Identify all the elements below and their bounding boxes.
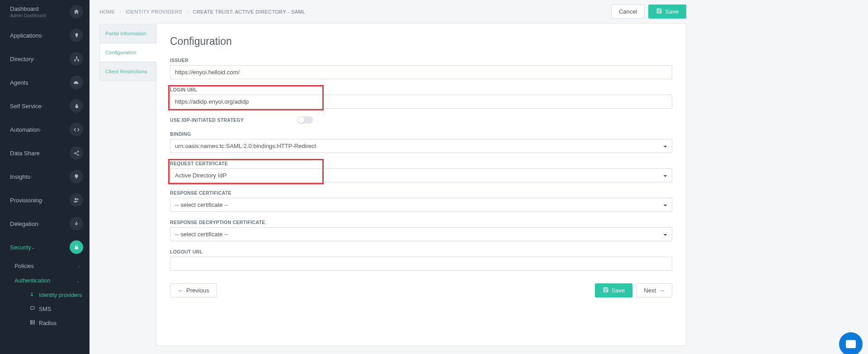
save-button-top[interactable]: Save <box>648 5 686 19</box>
chevron-left-icon: ‹ <box>30 174 32 179</box>
response-decrypt-cert-select[interactable]: -- select certificate -- <box>170 227 672 241</box>
svg-point-13 <box>31 323 32 324</box>
svg-point-7 <box>77 199 79 201</box>
logout-url-input[interactable] <box>170 257 672 271</box>
svg-rect-15 <box>658 11 660 13</box>
button-label: Previous <box>186 287 209 294</box>
field-label: Login URL <box>170 87 672 92</box>
top-actions: Cancel Save <box>611 5 686 19</box>
cancel-button[interactable]: Cancel <box>611 5 645 19</box>
svg-point-6 <box>75 198 77 200</box>
sidebar-sub-policies[interactable]: Policies ‹ <box>13 259 90 273</box>
field-logout-url: Logout URL <box>170 249 672 271</box>
field-label: Response Certificate <box>170 190 672 196</box>
issuer-input[interactable] <box>170 65 672 79</box>
save-icon <box>603 287 609 294</box>
field-label: Logout URL <box>170 249 672 254</box>
binding-select[interactable]: urn:oasis:names:tc:SAML:2.0:bindings:HTT… <box>170 139 672 153</box>
sidebar-label: Data Share <box>10 150 40 157</box>
leaf-label: Radius <box>39 320 57 326</box>
previous-button[interactable]: ← Previous <box>170 283 217 297</box>
sidebar-item-agents[interactable]: Agents <box>0 71 90 94</box>
svg-rect-2 <box>77 60 79 61</box>
chevron-right-icon: › <box>187 10 188 14</box>
sidebar-label: Delegation <box>10 220 38 227</box>
sidebar-label: Insights <box>10 173 30 180</box>
chat-widget-button[interactable] <box>839 332 863 354</box>
arrow-down-icon <box>70 217 83 230</box>
sidebar-sub-label: Authentication <box>14 277 50 284</box>
field-label: Binding <box>170 131 672 137</box>
field-label: Issuer <box>170 57 672 63</box>
leaf-label: Identity providers <box>39 292 82 298</box>
chevron-left-icon: ‹ <box>33 57 35 62</box>
chevron-left-icon: ‹ <box>42 33 43 38</box>
sidebar-label: Self Service <box>10 103 41 110</box>
rocket-icon <box>70 29 83 42</box>
sidebar-leaf-identity-providers[interactable]: Identity providers <box>13 288 90 302</box>
field-login-url: Login URL <box>170 87 672 109</box>
sidebar-sub-authentication[interactable]: Authentication ⌄ <box>13 273 90 288</box>
security-submenu: Policies ‹ Authentication ⌄ Identity pro… <box>0 259 90 330</box>
chevron-left-icon: ‹ <box>78 264 80 269</box>
cloud-icon <box>70 76 83 89</box>
tab-portal-information[interactable]: Portal Information <box>99 24 156 43</box>
content-row: Portal Information Configuration Client … <box>90 23 696 354</box>
sidebar: Dashboard Admin Dashboard Applications ‹… <box>0 0 90 354</box>
sidebar-item-directory[interactable]: Directory ‹ <box>0 47 90 71</box>
crumb-home[interactable]: HOME <box>99 9 115 14</box>
chevron-left-icon: ‹ <box>42 198 43 203</box>
sidebar-label: Security <box>10 244 31 251</box>
field-request-certificate: Request Certificate Active Directory IdP <box>170 161 672 182</box>
sidebar-item-provisioning[interactable]: Provisioning ‹ <box>0 188 90 212</box>
svg-rect-16 <box>604 287 607 289</box>
response-cert-select[interactable]: -- select certificate -- <box>170 198 672 212</box>
field-idp-strategy: Use IdP-initiated strategy <box>170 116 672 124</box>
sidebar-item-applications[interactable]: Applications ‹ <box>0 24 90 47</box>
button-label: Save <box>612 287 625 294</box>
chevron-left-icon: ‹ <box>38 221 39 226</box>
field-label: Use IdP-initiated strategy <box>170 117 297 123</box>
sidebar-label: Provisioning <box>10 197 42 204</box>
chevron-right-icon: › <box>120 10 121 14</box>
tab-configuration[interactable]: Configuration <box>99 43 156 62</box>
sidebar-item-insights[interactable]: Insights ‹ <box>0 165 90 188</box>
users-icon <box>70 193 83 207</box>
crumb-identity-providers[interactable]: IDENTITY PROVIDERS <box>126 9 182 14</box>
sidebar-item-automation[interactable]: Automation ‹ <box>0 118 90 141</box>
button-label: Next <box>644 287 656 294</box>
field-issuer: Issuer <box>170 57 672 79</box>
sidebar-sublabel: Admin Dashboard <box>10 13 46 18</box>
page-title: Configuration <box>170 35 672 48</box>
topbar: HOME › IDENTITY PROVIDERS › CREATE TRUST… <box>90 0 696 23</box>
field-response-decryption-certificate: Response Decryption Certificate -- selec… <box>170 220 672 241</box>
idp-strategy-toggle[interactable] <box>297 116 313 124</box>
panel-footer: ← Previous Save Next → <box>170 283 672 297</box>
sidebar-item-selfservice[interactable]: Self Service ‹ <box>0 94 90 118</box>
svg-rect-0 <box>75 57 77 58</box>
sidebar-leaf-radius[interactable]: Radius <box>13 316 90 330</box>
code-icon <box>70 123 83 136</box>
lock-icon <box>70 240 83 254</box>
tab-client-restrictions[interactable]: Client Restrictions <box>99 62 156 81</box>
login-url-input[interactable] <box>170 95 672 109</box>
sidebar-item-security[interactable]: Security ⌄ <box>0 235 90 259</box>
next-button[interactable]: Next → <box>636 283 672 297</box>
sidebar-label: Applications <box>10 32 42 39</box>
save-button-bottom[interactable]: Save <box>595 283 633 297</box>
sidebar-item-datashare[interactable]: Data Share <box>0 141 90 165</box>
save-icon <box>656 8 662 15</box>
sidebar-label: Dashboard <box>10 5 46 12</box>
leaf-label: SMS <box>39 306 51 312</box>
comment-icon <box>30 306 39 312</box>
arrow-right-icon: → <box>659 287 665 294</box>
tab-column: Portal Information Configuration Client … <box>99 24 156 346</box>
request-cert-select[interactable]: Active Directory IdP <box>170 168 672 182</box>
sidebar-sub-label: Policies <box>14 263 34 269</box>
arrow-left-icon: ← <box>178 287 184 294</box>
sidebar-item-dashboard[interactable]: Dashboard Admin Dashboard <box>0 0 90 24</box>
sidebar-leaf-sms[interactable]: SMS <box>13 302 90 316</box>
bulb-icon <box>70 170 83 183</box>
sidebar-item-delegation[interactable]: Delegation ‹ <box>0 212 90 235</box>
users-icon <box>30 292 39 298</box>
